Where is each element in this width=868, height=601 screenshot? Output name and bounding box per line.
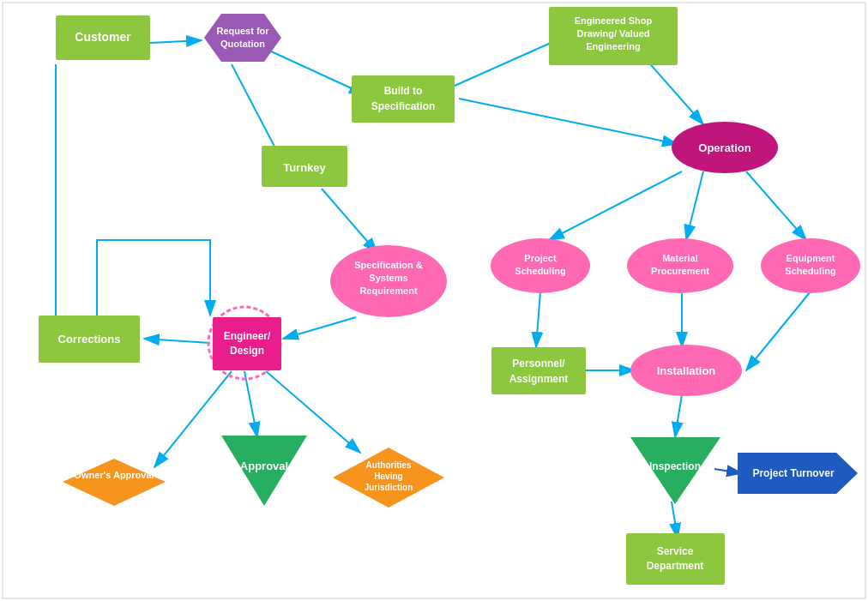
installation-label: Installation <box>657 364 716 377</box>
customer-label: Customer <box>75 30 131 44</box>
personnel-assignment-label: Personnel/ <box>512 358 565 370</box>
service-department-label2: Department <box>647 560 704 572</box>
svg-line-15 <box>244 371 257 437</box>
equipment-scheduling-label: Equipment <box>787 253 835 263</box>
spec-sys-label2: Systems <box>369 273 407 283</box>
turnkey-label: Turnkey <box>283 161 326 174</box>
authorities-label3: Jurisdiction <box>365 483 413 492</box>
build-to-spec-label2: Specification <box>371 100 436 112</box>
project-turnover-label: Project Turnover <box>752 467 834 479</box>
spec-sys-label: Specification & <box>354 260 423 270</box>
service-department-label: Service <box>657 545 694 557</box>
rfq-label: Request for <box>216 26 269 36</box>
approval-label: Approval <box>240 460 288 472</box>
material-procurement-label: Material <box>662 253 698 263</box>
build-to-spec-node <box>352 75 455 123</box>
svg-line-10 <box>686 171 703 240</box>
flowchart: Customer Request for Quotation Build to … <box>0 0 868 601</box>
svg-line-12 <box>283 317 356 339</box>
engineer-design-node <box>213 317 281 370</box>
svg-line-17 <box>536 291 540 347</box>
svg-line-23 <box>672 502 678 538</box>
operation-label: Operation <box>698 141 750 154</box>
rfq-label2: Quotation <box>220 39 265 49</box>
inspection-label: Inspection <box>649 460 701 472</box>
svg-line-6 <box>322 189 377 253</box>
owners-approval-label: Owner's Approval <box>74 470 154 480</box>
service-department-node <box>626 533 725 585</box>
project-scheduling-label: Project <box>524 253 557 263</box>
corrections-label: Corrections <box>58 333 121 346</box>
personnel-assignment-node <box>491 347 586 394</box>
svg-line-7 <box>459 99 678 144</box>
svg-line-11 <box>746 171 806 240</box>
eng-shop-label3: Engineering <box>586 41 641 51</box>
engineer-design-label2: Design <box>230 345 264 357</box>
svg-line-2 <box>150 40 202 43</box>
svg-line-14 <box>154 371 232 467</box>
build-to-spec-label: Build to <box>384 85 423 97</box>
svg-line-9 <box>549 171 682 240</box>
eng-shop-label2: Drawing/ Valued <box>577 28 650 39</box>
rfq-node <box>204 14 281 62</box>
svg-line-13 <box>144 339 210 343</box>
material-procurement-label2: Procurement <box>651 266 709 276</box>
svg-line-21 <box>675 394 682 437</box>
equipment-scheduling-label2: Scheduling <box>785 266 835 276</box>
authorities-label: Authorities <box>366 460 412 470</box>
owners-approval-node <box>63 459 166 506</box>
personnel-assignment-label2: Assignment <box>509 373 569 385</box>
project-scheduling-label2: Scheduling <box>515 266 565 276</box>
engineer-design-label: Engineer/ <box>224 330 271 342</box>
spec-sys-label3: Requirement <box>359 285 418 296</box>
eng-shop-label: Engineered Shop <box>575 15 653 26</box>
svg-line-19 <box>746 291 811 370</box>
authorities-label2: Having <box>374 472 402 481</box>
